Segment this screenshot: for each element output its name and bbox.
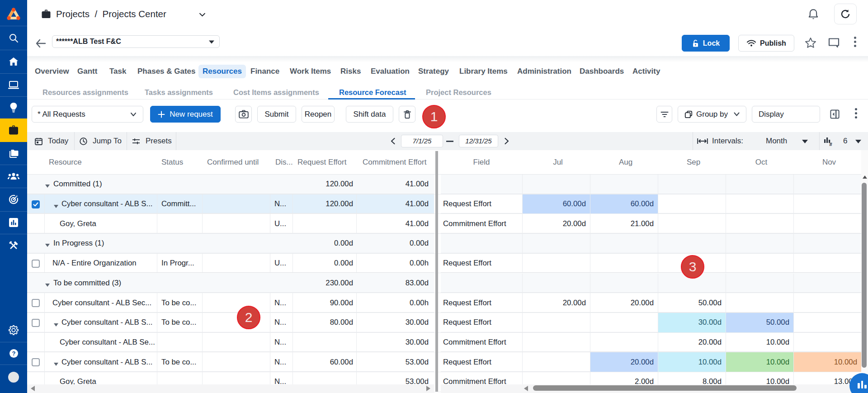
- svg-text:#: #: [829, 142, 832, 147]
- svg-text:?: ?: [12, 350, 15, 357]
